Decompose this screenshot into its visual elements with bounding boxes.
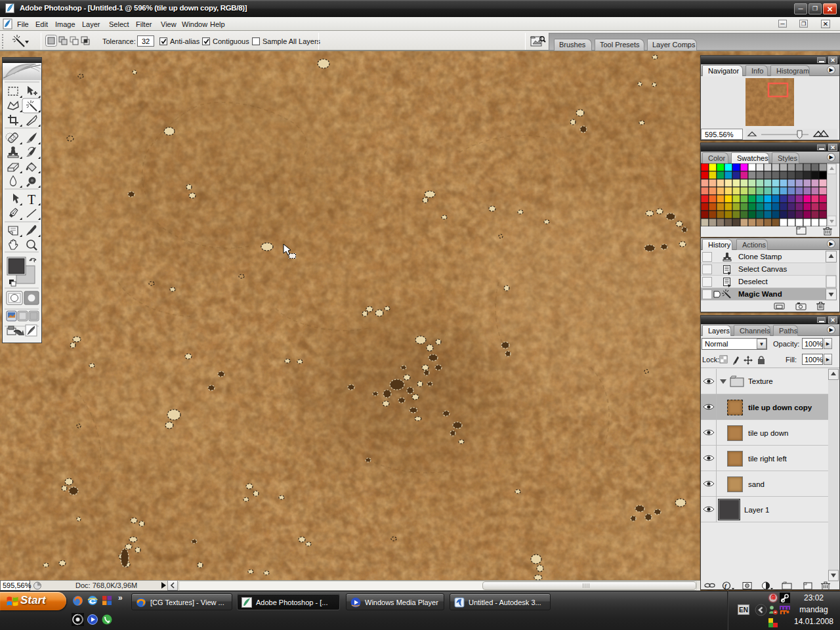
svg-text:f: f [724,583,727,589]
svg-text:T: T [28,192,35,207]
